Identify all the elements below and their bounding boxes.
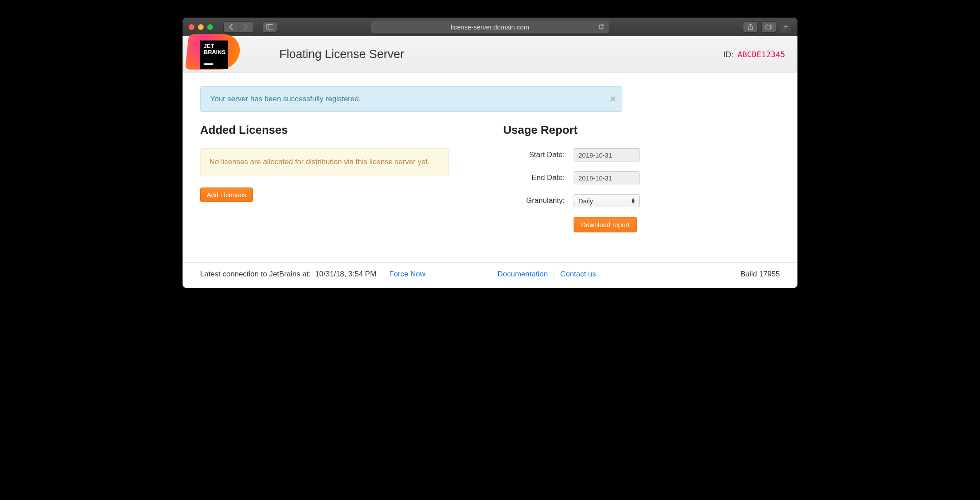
page-footer: Latest connection to JetBrains at: 10/31… (183, 262, 797, 288)
window-controls (189, 24, 213, 30)
forward-button[interactable] (238, 21, 253, 33)
end-date-input[interactable] (574, 171, 640, 184)
jetbrains-logo: JET BRAINS (187, 36, 249, 73)
granularity-select[interactable]: Daily ▲▼ (574, 194, 640, 207)
no-licenses-alert: No licenses are allocated for distributi… (200, 148, 449, 176)
latest-connection-time: 10/31/18, 3:54 PM (315, 270, 376, 279)
start-date-input[interactable] (574, 148, 640, 162)
page-title: Floating License Server (279, 48, 404, 61)
svg-rect-0 (267, 25, 273, 29)
reload-icon[interactable] (598, 24, 604, 30)
documentation-link[interactable]: Documentation (497, 270, 548, 279)
chevron-updown-icon: ▲▼ (631, 198, 636, 203)
sidebar-toggle-button[interactable] (262, 21, 277, 33)
window-minimize-button[interactable] (198, 24, 204, 30)
granularity-label: Granularity: (503, 196, 565, 205)
success-alert: Your server has been successfully regist… (200, 86, 622, 112)
browser-titlebar: license-server.domain.com + (183, 18, 797, 36)
close-icon[interactable]: × (610, 93, 616, 105)
added-licenses-heading: Added Licenses (200, 123, 477, 137)
page-header: JET BRAINS Floating License Server ID: A… (183, 36, 797, 73)
server-id: ID: ABCDE12345 (724, 50, 785, 59)
usage-report-heading: Usage Report (503, 123, 780, 137)
new-tab-button[interactable]: + (780, 21, 791, 33)
tabs-overview-button[interactable] (761, 21, 776, 33)
force-now-link[interactable]: Force Now (389, 270, 425, 279)
build-number: 17955 (759, 270, 780, 278)
latest-connection-label: Latest connection to JetBrains at: (200, 270, 311, 279)
logo-line2: BRAINS (204, 49, 225, 56)
added-licenses-section: Added Licenses No licenses are allocated… (200, 123, 477, 232)
success-alert-text: Your server has been successfully regist… (210, 95, 361, 103)
usage-report-section: Usage Report Start Date: End Date: Granu… (503, 123, 780, 232)
share-button[interactable] (743, 21, 758, 33)
start-date-label: Start Date: (503, 151, 565, 159)
end-date-label: End Date: (503, 173, 565, 182)
download-report-button[interactable]: Download report (574, 217, 637, 232)
address-text: license-server.domain.com (451, 23, 529, 31)
granularity-value: Daily (578, 197, 593, 205)
window-maximize-button[interactable] (207, 24, 213, 30)
add-licenses-button[interactable]: Add Licenses (200, 188, 253, 202)
nav-buttons (223, 21, 253, 33)
no-licenses-text: No licenses are allocated for distributi… (209, 158, 430, 166)
build-label: Build (740, 270, 757, 278)
svg-rect-2 (766, 25, 771, 29)
id-label: ID: (724, 50, 734, 59)
back-button[interactable] (223, 21, 238, 33)
contact-us-link[interactable]: Contact us (560, 270, 596, 279)
id-value: ABCDE12345 (738, 50, 785, 59)
window-close-button[interactable] (189, 24, 194, 30)
page-content: Your server has been successfully regist… (183, 73, 797, 262)
browser-window: license-server.domain.com + JET BRAINS F (183, 18, 797, 288)
address-bar[interactable]: license-server.domain.com (371, 21, 609, 33)
footer-separator: | (553, 270, 555, 279)
logo-line1: JET (204, 43, 225, 50)
